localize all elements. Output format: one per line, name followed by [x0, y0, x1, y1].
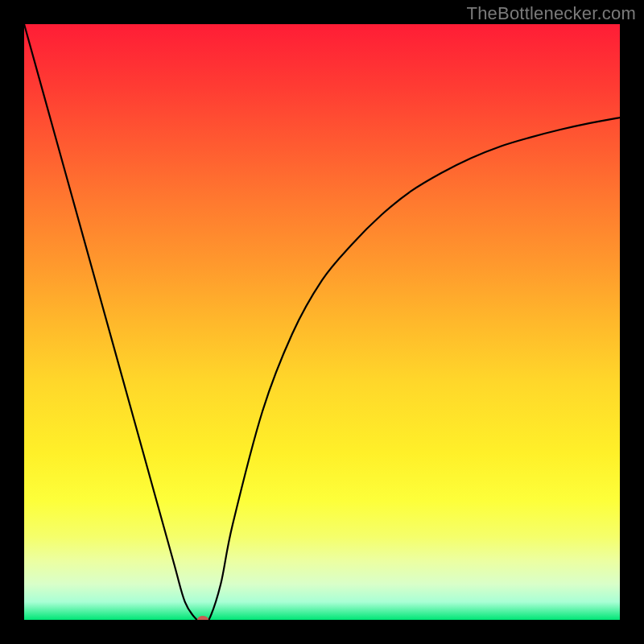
bottleneck-curve: [24, 24, 620, 620]
optimum-marker: [197, 616, 208, 620]
chart-container: TheBottlenecker.com: [0, 0, 644, 644]
attribution-label: TheBottlenecker.com: [467, 3, 636, 24]
plot-area: [24, 24, 620, 620]
